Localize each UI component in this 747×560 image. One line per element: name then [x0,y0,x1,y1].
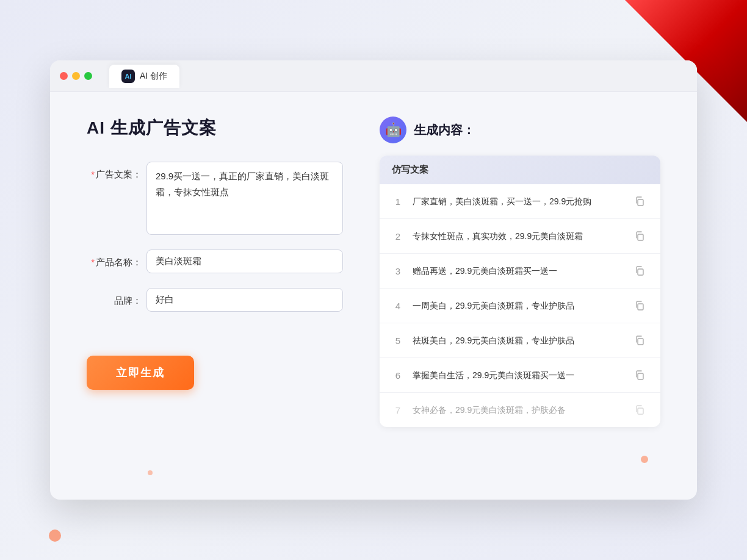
row-number: 3 [392,266,404,276]
row-number: 1 [392,196,404,207]
row-text: 一周美白，29.9元美白淡斑霜，专业护肤品 [413,300,622,312]
app-window: AI AI 创作 AI 生成广告文案 *广告文案： *产品名称： [50,60,697,500]
copy-icon[interactable] [631,332,648,349]
tab-label: AI 创作 [140,71,167,82]
ad-copy-label: *广告文案： [87,162,142,181]
copy-icon[interactable] [631,367,648,384]
traffic-lights [60,72,92,80]
right-panel: 生成内容： 仿写文案 1 厂家直销，美白淡斑霜，买一送一，29.9元抢购 2 专… [380,117,660,470]
decorative-dot-left [148,470,153,475]
ai-creation-tab[interactable]: AI AI 创作 [109,65,179,88]
titlebar: AI AI 创作 [50,60,697,92]
required-star: * [91,169,95,179]
svg-rect-3 [638,304,643,310]
product-name-label: *产品名称： [87,249,142,268]
result-header: 生成内容： [380,117,660,143]
product-name-input[interactable] [146,249,343,273]
table-row: 3 赠品再送，29.9元美白淡斑霜买一送一 [380,254,660,289]
product-name-group: *产品名称： [87,249,343,273]
close-button[interactable] [60,72,68,80]
generate-button[interactable]: 立即生成 [87,356,194,390]
brand-input[interactable] [146,288,343,312]
table-row: 7 女神必备，29.9元美白淡斑霜，护肤必备 [380,393,660,427]
row-text: 祛斑美白，29.9元美白淡斑霜，专业护肤品 [413,334,622,347]
row-number: 5 [392,336,404,346]
ad-copy-group: *广告文案： [87,162,343,235]
row-number: 4 [392,301,404,311]
row-text: 厂家直销，美白淡斑霜，买一送一，29.9元抢购 [413,195,622,208]
svg-rect-0 [638,199,643,206]
table-row: 2 专抹女性斑点，真实功效，29.9元美白淡斑霜 [380,219,660,254]
svg-rect-2 [638,269,643,275]
row-number: 7 [392,405,404,415]
copy-icon[interactable] [631,193,648,210]
copy-icon[interactable] [631,297,648,314]
row-number: 6 [392,370,404,381]
result-rows-container: 1 厂家直销，美白淡斑霜，买一送一，29.9元抢购 2 专抹女性斑点，真实功效，… [380,184,660,427]
table-row: 5 祛斑美白，29.9元美白淡斑霜，专业护肤品 [380,323,660,358]
svg-rect-1 [638,234,643,240]
page-title: AI 生成广告文案 [87,117,343,140]
robot-icon [380,117,406,143]
decorative-dot-right [641,456,648,463]
svg-rect-4 [638,339,643,345]
svg-rect-5 [638,373,643,379]
row-text: 女神必备，29.9元美白淡斑霜，护肤必备 [413,404,622,417]
main-content: AI 生成广告文案 *广告文案： *产品名称： 品牌： 立 [50,92,697,495]
svg-rect-6 [638,408,643,414]
row-number: 2 [392,231,404,242]
table-row: 1 厂家直销，美白淡斑霜，买一送一，29.9元抢购 [380,184,660,219]
brand-group: 品牌： [87,288,343,312]
table-row: 6 掌握美白生活，29.9元美白淡斑霜买一送一 [380,358,660,393]
copy-icon[interactable] [631,228,648,245]
row-text: 赠品再送，29.9元美白淡斑霜买一送一 [413,265,622,278]
row-text: 专抹女性斑点，真实功效，29.9元美白淡斑霜 [413,230,622,243]
required-star-2: * [91,257,95,267]
copy-icon[interactable] [631,401,648,418]
copy-icon[interactable] [631,262,648,279]
brand-label: 品牌： [87,288,142,307]
result-title: 生成内容： [414,122,475,138]
row-text: 掌握美白生活，29.9元美白淡斑霜买一送一 [413,369,622,382]
minimize-button[interactable] [72,72,80,80]
maximize-button[interactable] [84,72,92,80]
left-panel: AI 生成广告文案 *广告文案： *产品名称： 品牌： 立 [87,117,343,470]
table-row: 4 一周美白，29.9元美白淡斑霜，专业护肤品 [380,289,660,323]
result-table: 仿写文案 1 厂家直销，美白淡斑霜，买一送一，29.9元抢购 2 专抹女性斑点，… [380,156,660,427]
ad-copy-input[interactable] [146,162,343,235]
ai-tab-icon: AI [121,70,135,83]
table-header: 仿写文案 [380,156,660,184]
